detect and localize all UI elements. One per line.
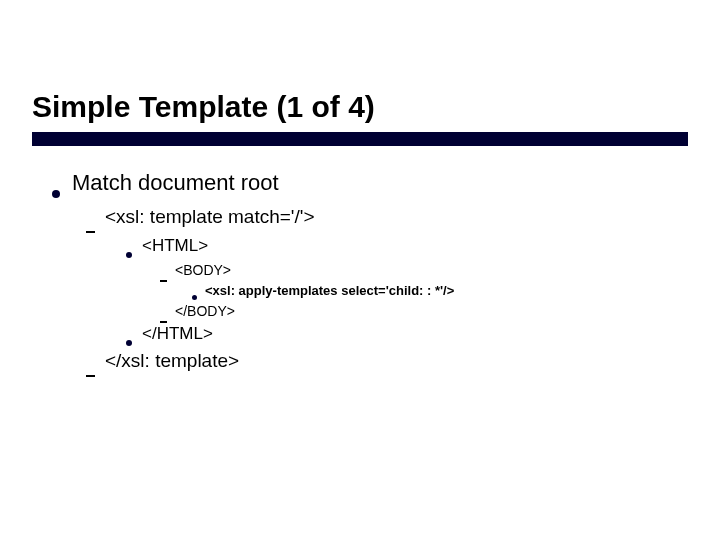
title-underline bbox=[32, 132, 688, 146]
text-l3-body-open: <BODY> bbox=[175, 262, 231, 278]
disc-icon bbox=[126, 340, 132, 346]
dash-icon bbox=[160, 280, 167, 282]
text-l4-apply: <xsl: apply-templates select='child: : *… bbox=[205, 283, 454, 298]
slide-title: Simple Template (1 of 4) bbox=[32, 90, 375, 124]
text-l1-open: <xsl: template match='/'> bbox=[105, 206, 315, 228]
bullet-level-2: <HTML> bbox=[126, 236, 454, 256]
text-l0: Match document root bbox=[72, 170, 279, 196]
bullet-level-2: </HTML> bbox=[126, 324, 454, 344]
dash-icon bbox=[86, 231, 95, 233]
disc-icon bbox=[126, 252, 132, 258]
dash-icon bbox=[86, 375, 95, 377]
bullet-level-1: <xsl: template match='/'> bbox=[86, 206, 454, 228]
slide-content: Match document root <xsl: template match… bbox=[52, 170, 454, 380]
text-l2-html-open: <HTML> bbox=[142, 236, 208, 256]
text-l1-close: </xsl: template> bbox=[105, 350, 239, 372]
bullet-level-1: </xsl: template> bbox=[86, 350, 454, 372]
text-l3-body-close: </BODY> bbox=[175, 303, 235, 319]
bullet-level-4: <xsl: apply-templates select='child: : *… bbox=[192, 283, 454, 298]
disc-icon bbox=[192, 295, 197, 300]
text-l2-html-close: </HTML> bbox=[142, 324, 213, 344]
bullet-level-0: Match document root bbox=[52, 170, 454, 196]
bullet-level-3: </BODY> bbox=[160, 303, 454, 319]
dash-icon bbox=[160, 321, 167, 323]
disc-icon bbox=[52, 190, 60, 198]
bullet-level-3: <BODY> bbox=[160, 262, 454, 278]
